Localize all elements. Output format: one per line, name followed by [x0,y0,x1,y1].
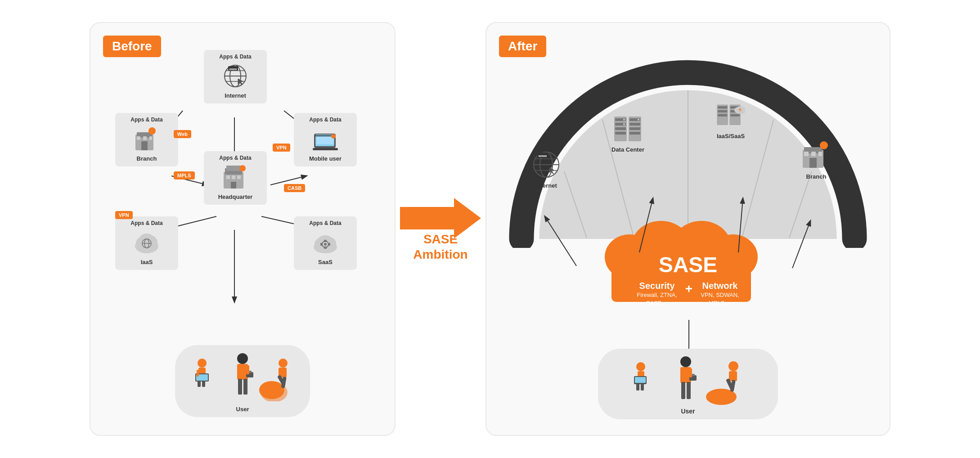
before-users-figures [193,352,292,401]
svg-rect-21 [149,136,152,140]
svg-point-131 [636,362,645,371]
main-container: Before Apps [18,13,962,445]
before-iaas-label: IaaS [141,259,153,265]
svg-rect-143 [689,368,692,377]
svg-rect-33 [316,135,333,144]
svg-rect-136 [635,377,646,383]
sase-network-title: Network [702,281,738,291]
svg-text:Apps & Data: Apps & Data [661,71,715,81]
svg-rect-106 [718,114,727,116]
sase-ambition-label: SASE Ambition [413,232,468,262]
after-iaas-saas-icon [715,99,746,131]
after-branch-label: Branch [806,173,827,180]
svg-rect-109 [730,114,740,116]
svg-text:www: www [229,67,237,71]
svg-point-30 [239,165,246,171]
sase-security-title: Security [639,281,675,291]
after-iaas-saas-label: IaaS/SaaS [717,133,745,139]
svg-point-99 [623,119,625,121]
after-branch-icon [800,140,832,171]
before-branch-node: Apps & Data Branch [115,113,178,166]
svg-rect-65 [238,379,242,395]
before-internet-node: Apps & Data www Internet [204,50,267,103]
vpn-left-badge: VPN [115,211,133,219]
svg-line-4 [270,176,306,185]
before-mobile-title: Apps & Data [309,117,341,123]
casb-badge: CASB [284,184,305,192]
svg-point-36 [331,134,336,139]
svg-point-68 [279,359,288,368]
before-mobile-icon [312,126,339,153]
arc-area: Apps & Data www [503,50,872,248]
svg-rect-117 [804,152,809,156]
svg-text:www: www [538,154,547,158]
svg-point-144 [728,361,738,371]
svg-point-22 [148,127,156,135]
after-users-box: User [598,349,778,419]
before-hq-icon [222,164,249,191]
before-users-box: User [175,345,310,417]
sase-security: Security Firewall, ZTNA,CASB,... [637,281,677,307]
before-hq-node: Apps & Data Headquarter [204,151,267,205]
after-iaas-saas-node: IaaS/SaaS [715,99,746,139]
svg-rect-60 [197,370,199,377]
before-internet-icon: www [222,63,249,90]
svg-rect-97 [629,127,640,130]
svg-rect-118 [811,152,816,156]
svg-point-71 [259,381,284,399]
before-saas-label: SaaS [318,259,333,265]
before-branch-icon [133,126,160,153]
svg-rect-50 [324,240,327,242]
after-internet-label: Internet [535,182,557,189]
mpls-badge: MPLS [174,171,195,180]
sase-content: SASE Security Firewall, ZTNA,CASB,... + … [598,243,778,319]
svg-rect-141 [681,382,685,399]
svg-rect-66 [243,379,247,395]
svg-rect-116 [809,158,817,168]
sase-security-detail: Firewall, ZTNA,CASB,... [637,291,677,307]
after-branch-node: Branch [800,140,832,180]
svg-rect-105 [718,110,727,112]
svg-point-137 [680,356,691,367]
svg-rect-98 [629,132,640,135]
sase-details-row: Security Firewall, ZTNA,CASB,... + Netwo… [637,281,739,307]
before-mobile-label: Mobile user [309,155,342,162]
svg-line-5 [171,216,216,228]
after-internet-node: www Internet [530,149,562,189]
before-internet-label: Internet [225,92,246,99]
svg-rect-53 [328,243,330,246]
sase-cloud-container: SASE Security Firewall, ZTNA,CASB,... + … [598,243,778,319]
before-iaas-node: Apps & Data IaaS [115,216,178,270]
after-datacenter-icon [612,113,643,144]
before-saas-icon [312,229,339,256]
svg-rect-29 [231,182,236,189]
before-internet-title: Apps & Data [219,54,251,60]
svg-rect-27 [232,175,235,179]
sase-title: SASE [659,252,718,277]
svg-rect-94 [615,132,626,135]
svg-point-61 [237,353,248,364]
svg-rect-145 [729,371,737,381]
svg-rect-28 [237,175,241,179]
svg-rect-19 [137,136,140,140]
svg-point-101 [638,119,639,121]
svg-rect-52 [320,243,323,246]
svg-rect-96 [629,123,640,126]
before-panel: Before Apps [90,22,396,436]
svg-rect-67 [246,365,249,374]
before-hq-title: Apps & Data [219,155,251,161]
after-internet-icon: www [530,149,562,180]
after-datacenter-label: Data Center [611,146,644,153]
svg-rect-25 [226,166,241,171]
after-datacenter-node: Data Center [611,113,644,153]
sase-network-detail: VPN, SDWAN,MPLS,... [701,291,739,307]
before-user-label: User [236,406,249,413]
svg-point-120 [820,141,828,149]
plus-icon: + [685,282,692,296]
before-mobile-node: Apps & Data Mobile user [294,113,357,166]
after-panel: After Apps & Data [486,22,890,436]
before-branch-label: Branch [137,155,157,162]
vpn-right-badge: VPN [273,144,290,152]
before-branch-title: Apps & Data [130,117,162,123]
before-iaas-title: Apps & Data [130,220,162,226]
